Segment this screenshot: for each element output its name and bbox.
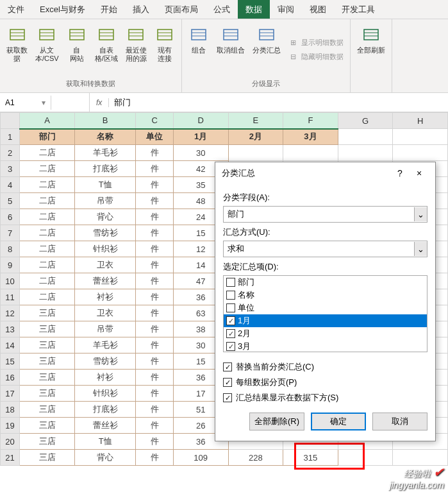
cell[interactable]: 件 — [136, 418, 173, 434]
cell[interactable]: 卫衣 — [74, 305, 136, 321]
cell[interactable] — [338, 450, 393, 466]
col-header-E[interactable]: E — [228, 113, 283, 129]
hide-detail-button[interactable]: ⊟隐藏明细数据 — [286, 50, 346, 64]
col-header-F[interactable]: F — [283, 113, 338, 129]
cell[interactable]: 件 — [136, 241, 173, 257]
row-header[interactable]: 9 — [1, 257, 20, 273]
cell[interactable]: 件 — [136, 177, 173, 193]
cell[interactable]: 件 — [136, 273, 173, 289]
header-cell[interactable]: 名称 — [74, 129, 136, 145]
ribbon-button[interactable]: 自表格/区域 — [92, 22, 120, 78]
cell[interactable] — [228, 145, 283, 161]
cell[interactable]: 二店 — [20, 289, 75, 305]
col-header-G[interactable]: G — [338, 113, 393, 129]
row-header[interactable]: 8 — [1, 241, 20, 257]
cell[interactable]: 二店 — [20, 193, 75, 209]
menu-插入[interactable]: 插入 — [125, 0, 157, 19]
ribbon-button[interactable]: 全部刷新 — [354, 22, 388, 87]
list-item[interactable]: 单位 — [224, 302, 427, 314]
cell[interactable]: 二店 — [20, 145, 75, 161]
row-header[interactable]: 15 — [1, 353, 20, 370]
cell[interactable]: 针织衫 — [74, 386, 136, 402]
list-item[interactable]: ✓2月 — [224, 327, 427, 340]
cell[interactable]: 三店 — [20, 337, 75, 353]
col-header-H[interactable]: H — [393, 113, 448, 129]
cell[interactable]: 背心 — [74, 209, 136, 225]
cell[interactable]: 二店 — [20, 241, 75, 257]
fx-icon[interactable]: fx — [90, 98, 109, 107]
cancel-button[interactable]: 取消 — [372, 413, 427, 430]
cell[interactable]: 二店 — [20, 161, 75, 177]
cell[interactable]: 件 — [136, 450, 173, 466]
replace-checkbox[interactable]: ✓替换当前分类汇总(C) — [223, 361, 427, 373]
ribbon-button[interactable]: 分类汇总 — [250, 22, 283, 78]
cell[interactable]: 卫衣 — [74, 257, 136, 273]
cell[interactable]: 吊带 — [74, 321, 136, 337]
menu-视图[interactable]: 视图 — [302, 0, 334, 19]
menu-公式[interactable]: 公式 — [206, 0, 238, 19]
col-header-C[interactable]: C — [136, 113, 173, 129]
cell[interactable]: 三店 — [20, 321, 75, 337]
row-header[interactable]: 16 — [1, 370, 20, 386]
cell[interactable]: 打底衫 — [74, 161, 136, 177]
menu-文件[interactable]: 文件 — [0, 0, 32, 19]
row-header[interactable]: 1 — [1, 129, 20, 145]
header-cell[interactable]: 部门 — [20, 129, 75, 145]
col-header-B[interactable]: B — [74, 113, 136, 129]
cell[interactable]: 件 — [136, 257, 173, 273]
cell[interactable] — [283, 145, 338, 161]
cell[interactable]: 二店 — [20, 225, 75, 241]
row-header[interactable]: 3 — [1, 161, 20, 177]
cell[interactable]: 件 — [136, 209, 173, 225]
ribbon-button[interactable]: 获取数据 — [4, 22, 30, 78]
cell[interactable]: 件 — [136, 434, 173, 450]
cell[interactable]: 二店 — [20, 209, 75, 225]
cell[interactable]: 315 — [283, 450, 338, 466]
cell[interactable]: 件 — [136, 145, 173, 161]
pagebreak-checkbox[interactable]: ✓每组数据分页(P) — [223, 377, 427, 388]
cell[interactable] — [393, 450, 448, 466]
cell[interactable]: 件 — [136, 337, 173, 353]
cell[interactable]: 背心 — [74, 450, 136, 466]
menu-页面布局[interactable]: 页面布局 — [157, 0, 206, 19]
cell[interactable]: T恤 — [74, 177, 136, 193]
help-button[interactable]: ? — [390, 168, 410, 178]
cell[interactable]: 228 — [228, 450, 283, 466]
row-header[interactable]: 19 — [1, 418, 20, 434]
header-cell[interactable]: 1月 — [173, 129, 228, 145]
clear-all-button[interactable]: 全部删除(R) — [249, 413, 304, 430]
row-header[interactable]: 17 — [1, 386, 20, 402]
field-select[interactable]: 部门⌄ — [223, 206, 427, 223]
list-item[interactable]: ✓1月 — [224, 314, 427, 327]
cell[interactable]: 三店 — [20, 305, 75, 321]
row-header[interactable]: 4 — [1, 177, 20, 193]
cell[interactable]: 衬衫 — [74, 289, 136, 305]
cell[interactable]: 三店 — [20, 386, 75, 402]
cell[interactable]: 件 — [136, 402, 173, 418]
menu-开发工具[interactable]: 开发工具 — [334, 0, 383, 19]
cell[interactable]: 件 — [136, 225, 173, 241]
row-header[interactable]: 21 — [1, 450, 20, 466]
row-header[interactable]: 14 — [1, 337, 20, 353]
cell[interactable]: 蕾丝衫 — [74, 418, 136, 434]
cell[interactable]: 二店 — [20, 257, 75, 273]
row-header[interactable]: 6 — [1, 209, 20, 225]
cell[interactable]: 雪纺衫 — [74, 353, 136, 370]
col-header-D[interactable]: D — [173, 113, 228, 129]
list-item[interactable]: ✓3月 — [224, 340, 427, 352]
method-select[interactable]: 求和⌄ — [223, 241, 427, 257]
below-checkbox[interactable]: ✓汇总结果显示在数据下方(S) — [223, 392, 427, 404]
cell[interactable]: 二店 — [20, 177, 75, 193]
cell[interactable]: 针织衫 — [74, 241, 136, 257]
cell[interactable]: 雪纺衫 — [74, 225, 136, 241]
show-detail-button[interactable]: ⊞显示明细数据 — [286, 36, 346, 50]
cell[interactable]: 三店 — [20, 434, 75, 450]
cell[interactable] — [338, 145, 393, 161]
formula-input[interactable] — [109, 95, 448, 110]
menu-审阅[interactable]: 审阅 — [270, 0, 302, 19]
cell[interactable]: 件 — [136, 370, 173, 386]
name-box[interactable]: A1▾ — [0, 96, 51, 110]
row-header[interactable]: 5 — [1, 193, 20, 209]
menu-数据[interactable]: 数据 — [238, 0, 270, 19]
items-listbox[interactable]: 部门名称单位✓1月✓2月✓3月 — [223, 275, 427, 352]
